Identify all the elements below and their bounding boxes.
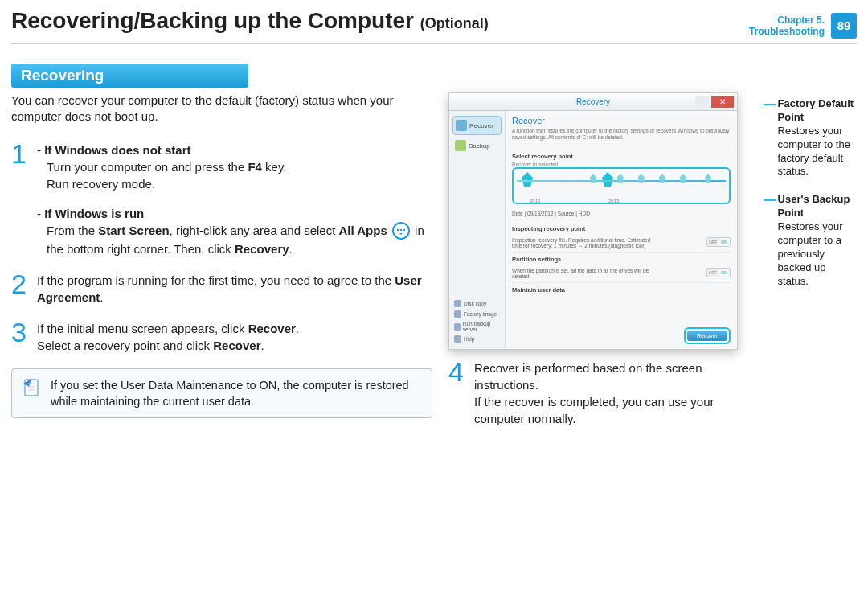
sidebar-backup-label: Backup xyxy=(469,142,490,150)
screenshot-main-desc: A function that restores the computer to… xyxy=(512,128,731,146)
step1-suba-after: key. xyxy=(262,160,287,174)
runbackup-label: Run backup server xyxy=(463,321,501,332)
s3-1a: If the initial menu screen appears, clic… xyxy=(37,322,248,335)
recover-to-label: Recover to selected xyxy=(512,162,731,167)
step1-suba-title: If Windows does not start xyxy=(37,143,191,157)
server-icon xyxy=(454,323,461,331)
s1b-a: From the xyxy=(47,224,98,237)
timeline-pin[interactable] xyxy=(590,174,596,183)
svg-point-2 xyxy=(403,228,405,230)
s3-1c: . xyxy=(296,322,299,335)
toggle-off: OFF xyxy=(707,238,719,246)
title-suffix: (Optional) xyxy=(420,15,489,31)
intro-text: You can recover your computer to the def… xyxy=(11,92,432,125)
step-3-number: 3 xyxy=(11,320,29,354)
backup-icon xyxy=(455,140,466,151)
sidebar-run-backup[interactable]: Run backup server xyxy=(452,319,502,334)
toggle-off2: OFF xyxy=(707,269,719,277)
header-divider xyxy=(11,43,857,44)
s1b-c: , right-click any area and select xyxy=(170,224,339,237)
section-heading: Recovering xyxy=(11,64,248,88)
s1b-d: All Apps xyxy=(339,224,387,237)
timeline-track xyxy=(517,180,726,182)
s3-2b: Recover xyxy=(213,339,260,352)
backup-point-marker[interactable] xyxy=(602,172,613,187)
note-icon xyxy=(22,377,43,410)
callout-backup-desc: Restores your computer to a previously b… xyxy=(778,220,857,288)
sidebar-factory-image[interactable]: Factory image xyxy=(452,309,502,319)
step1-suba-line2: Run recovery mode. xyxy=(47,177,155,191)
timeline-pin[interactable] xyxy=(680,174,686,183)
sidebar-item-recover[interactable]: Recover xyxy=(452,116,502,135)
step-2: 2 If the program is running for the firs… xyxy=(11,272,432,306)
step-4-number: 4 xyxy=(448,359,466,427)
step-2-number: 2 xyxy=(11,272,29,306)
s3-2c: . xyxy=(260,339,264,352)
chapter-label: Chapter 5. Troubleshooting xyxy=(749,14,825,38)
s3-1b: Recover xyxy=(248,322,296,335)
screenshot-title: Recovery xyxy=(576,97,610,106)
callout-factory: Factory Default Point Restores your comp… xyxy=(764,97,857,179)
sidebar-recover-label: Recover xyxy=(469,122,493,129)
s4-l1: Recover is performed based on the screen… xyxy=(474,361,702,392)
callout-factory-title: Factory Default Point xyxy=(778,97,857,125)
timeline-pin[interactable] xyxy=(659,174,665,183)
help-label: Help xyxy=(464,336,474,342)
partition-row: When the partition is set, all the data … xyxy=(512,265,731,283)
recover-button-highlight: Recover xyxy=(684,327,731,344)
sidebar-help[interactable]: Help xyxy=(452,334,502,344)
factory-point-marker[interactable] xyxy=(522,172,533,187)
screenshot-main: Recover A function that restores the com… xyxy=(506,111,737,349)
partition-toggle[interactable]: OFFON xyxy=(706,268,731,277)
timeline-year-a: 2012 xyxy=(530,199,540,203)
close-icon[interactable]: ✕ xyxy=(711,96,734,108)
minimize-icon[interactable]: – xyxy=(695,96,710,108)
all-apps-icon xyxy=(392,222,410,240)
inspect-title: Inspecting recovery point xyxy=(512,225,731,232)
screenshot-main-heading: Recover xyxy=(512,116,731,125)
s4-l2: If the recover is completed, you can use… xyxy=(474,395,714,425)
s2c: . xyxy=(100,290,103,304)
callout-backup: User's Backup Point Restores your comput… xyxy=(764,193,857,288)
step-4: 4 Recover is performed based on the scre… xyxy=(448,359,757,427)
partition-title: Partition settings xyxy=(512,256,731,263)
s3-2a: Select a recovery point and click xyxy=(37,339,213,352)
sidebar-item-backup[interactable]: Backup xyxy=(452,137,502,154)
timeline-pin[interactable] xyxy=(705,174,711,183)
step-3: 3 If the initial menu screen appears, cl… xyxy=(11,320,432,354)
timeline-year-b: 2013 xyxy=(608,199,619,203)
recovery-timeline[interactable]: 2012 2013 xyxy=(512,167,731,204)
sidebar-disk-copy[interactable]: Disk copy xyxy=(452,298,502,309)
page-title: Recovering/Backing up the Computer (Opti… xyxy=(11,8,489,34)
date-row: Date | 09/13/2012 | Source | HDD xyxy=(512,207,731,220)
step-1-number: 1 xyxy=(11,142,29,257)
svg-point-0 xyxy=(397,228,399,230)
page-header: Recovering/Backing up the Computer (Opti… xyxy=(11,8,857,39)
sidebar-bottom-links: Disk copy Factory image Run backup serve… xyxy=(452,298,502,344)
select-recovery-label: Select recovery point xyxy=(512,153,731,160)
s1b-2b: Recovery xyxy=(235,242,289,256)
s2a: If the program is running for the first … xyxy=(37,273,395,287)
right-column: Recovery – ✕ Recover Backup xyxy=(448,92,857,441)
timeline-pin[interactable] xyxy=(617,174,624,183)
disk-label: Disk copy xyxy=(464,301,486,306)
inspect-toggle[interactable]: OFFON xyxy=(706,237,731,247)
recover-icon xyxy=(456,120,467,131)
inspect-text: Inspection recovery file. Requires addit… xyxy=(512,237,657,248)
recover-button[interactable]: Recover xyxy=(687,331,727,341)
s1b-b: Start Screen xyxy=(98,224,169,237)
step-1: 1 If Windows does not start Turn your co… xyxy=(11,142,432,257)
maintain-title: Maintain user data xyxy=(512,286,731,294)
inspect-row: Inspection recovery file. Requires addit… xyxy=(512,234,731,253)
toggle-on2: ON xyxy=(719,269,730,277)
timeline-pin[interactable] xyxy=(638,174,645,183)
svg-point-1 xyxy=(400,228,402,230)
page-number-badge: 89 xyxy=(831,13,857,39)
screenshot-sidebar: Recover Backup Disk copy Factory image R… xyxy=(449,111,506,349)
s1b-2c: . xyxy=(289,242,293,256)
callouts: Factory Default Point Restores your comp… xyxy=(764,92,857,441)
step1-subb-title: If Windows is run xyxy=(37,207,144,220)
factory-label: Factory image xyxy=(464,311,497,317)
note-box: If you set the User Data Maintenance to … xyxy=(11,368,432,419)
recovery-screenshot: Recovery – ✕ Recover Backup xyxy=(448,92,738,350)
